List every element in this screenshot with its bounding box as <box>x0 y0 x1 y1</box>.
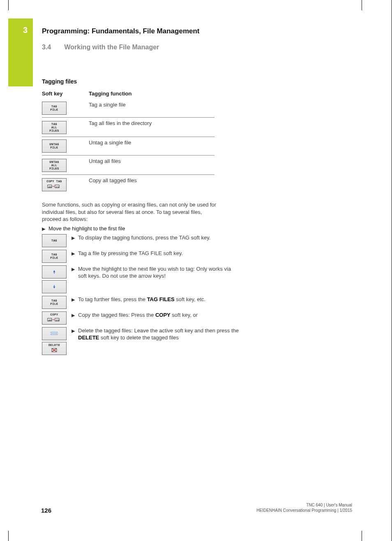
softkey-button: COPYABCXYZ <box>42 311 67 325</box>
section-heading: Working with the File Manager <box>64 44 159 51</box>
step-text-content: To tag further files, press the TAG FILE… <box>78 296 205 303</box>
step-text-content: To display the tagging functions, press … <box>78 234 210 241</box>
table-row: TAGFILETag a single file <box>42 99 214 118</box>
crop-mark <box>362 0 362 10</box>
step-text: ▶Tag a file by pressing the TAG FILE sof… <box>71 250 239 258</box>
table-row: COPY TAGABCXYZCopy all tagged files <box>42 175 214 194</box>
bullet-marker: ▶ <box>71 328 75 334</box>
footer-line1: TNC 640 | User's Manual <box>256 502 352 508</box>
bullet-marker: ▶ <box>71 297 75 303</box>
step-softkeys: TAGFILE <box>42 250 71 263</box>
step-softkeys: DELETE <box>42 327 71 355</box>
step-softkeys: TAG <box>42 234 71 247</box>
copy-icon: ABCXYZ <box>45 317 64 323</box>
svg-text:XYZ: XYZ <box>55 319 59 321</box>
svg-text:XYZ: XYZ <box>55 186 59 188</box>
step-row: COPYABCXYZ▶Copy the tagged files: Press … <box>42 311 239 325</box>
section-title: 3.4 Working with the File Manager <box>42 44 159 51</box>
chapter-title: Programming: Fundamentals, File Manageme… <box>42 27 200 35</box>
bullet-text: Move the highlight to the first file <box>48 225 125 232</box>
manual-page: 3 Programming: Fundamentals, File Manage… <box>0 0 392 541</box>
step-text: ▶Move the highlight to the next file you… <box>71 265 239 281</box>
arrow-down-softkey <box>42 280 67 293</box>
step-text: ▶Copy the tagged files: Press the COPY s… <box>71 311 239 320</box>
crop-mark <box>362 531 362 541</box>
softkey-button: TAGFILE <box>42 102 67 115</box>
subhead: Tagging files <box>42 78 239 85</box>
cell-description: Tag all files in the directory <box>89 118 214 137</box>
tagging-functions-table: Soft key Tagging function TAGFILETag a s… <box>42 89 214 194</box>
step-row: TAGFILE▶Tag a file by pressing the TAG F… <box>42 250 239 263</box>
step-row: DELETE▶Delete the tagged files: Leave th… <box>42 327 239 355</box>
cell-softkey: UNTAGFILE <box>42 137 89 156</box>
bullet-marker: ▶ <box>71 235 75 241</box>
crop-mark <box>8 531 9 541</box>
step-text-content: Move the highlight to the next file you … <box>78 265 239 280</box>
step-text: ▶Delete the tagged files: Leave the acti… <box>71 327 239 342</box>
cell-description: Copy all tagged files <box>89 175 214 194</box>
cell-description: Untag all files <box>89 156 214 175</box>
softkey-button: TAGFILE <box>42 296 67 309</box>
cell-softkey: TAGFILE <box>42 99 89 118</box>
bullet-marker: ▶ <box>71 251 75 257</box>
svg-text:ABC: ABC <box>48 186 52 188</box>
step-text: ▶To tag further files, press the TAG FIL… <box>71 296 239 304</box>
cell-softkey: UNTAGALLFILES <box>42 156 89 175</box>
content-area: Tagging files Soft key Tagging function … <box>42 78 239 358</box>
bullet-first-file: ▶ Move the highlight to the first file <box>42 225 239 232</box>
table-row: TAGALLFILESTag all files in the director… <box>42 118 214 137</box>
chapter-number: 3 <box>23 26 28 35</box>
softkey-button: TAG <box>42 234 67 247</box>
cell-softkey: TAGALLFILES <box>42 118 89 137</box>
softkey-button: COPY TAGABCXYZ <box>42 178 67 191</box>
step-softkeys <box>42 265 71 293</box>
step-softkeys: TAGFILE <box>42 296 71 309</box>
step-text-content: Delete the tagged files: Leave the activ… <box>78 327 239 341</box>
chapter-tab <box>8 19 33 86</box>
footer: TNC 640 | User's Manual HEIDENHAIN Conve… <box>256 502 352 513</box>
col-head-function: Tagging function <box>89 89 214 99</box>
page-number: 126 <box>41 507 51 514</box>
footer-line2: HEIDENHAIN Conversational Programming | … <box>256 508 352 513</box>
step-row: TAGFILE▶To tag further files, press the … <box>42 296 239 309</box>
leave-softkey-row <box>42 327 67 340</box>
step-text: ▶To display the tagging functions, press… <box>71 234 239 242</box>
bullet-marker: ▶ <box>71 266 75 272</box>
bullet-marker: ▶ <box>42 226 45 232</box>
softkey-button: UNTAGALLFILES <box>42 159 67 172</box>
delete-icon <box>45 348 64 353</box>
arrow-up-softkey <box>42 265 67 279</box>
crop-mark <box>8 0 9 10</box>
cell-description: Tag a single file <box>89 99 214 118</box>
step-text-content: Copy the tagged files: Press the COPY so… <box>78 311 198 319</box>
svg-text:ABC: ABC <box>48 319 52 321</box>
steps-list: TAG▶To display the tagging functions, pr… <box>42 234 239 355</box>
softkey-button: TAGALLFILES <box>42 121 67 134</box>
table-row: UNTAGALLFILESUntag all files <box>42 156 214 175</box>
step-row: ▶Move the highlight to the next file you… <box>42 265 239 293</box>
section-number: 3.4 <box>42 44 62 51</box>
softkey-button: UNTAGFILE <box>42 139 67 153</box>
table-row: UNTAGFILEUntag a single file <box>42 137 214 156</box>
cell-softkey: COPY TAGABCXYZ <box>42 175 89 194</box>
cell-description: Untag a single file <box>89 137 214 156</box>
softkey-button: DELETE <box>42 342 67 355</box>
copy-icon: ABCXYZ <box>45 184 64 190</box>
step-row: TAG▶To display the tagging functions, pr… <box>42 234 239 247</box>
softkey-button: TAGFILE <box>42 250 67 263</box>
step-softkeys: COPYABCXYZ <box>42 311 71 325</box>
col-head-softkey: Soft key <box>42 89 89 99</box>
step-text-content: Tag a file by pressing the TAG FILE soft… <box>78 250 183 257</box>
intro-paragraph: Some functions, such as copying or erasi… <box>42 201 219 223</box>
bullet-marker: ▶ <box>71 312 75 318</box>
